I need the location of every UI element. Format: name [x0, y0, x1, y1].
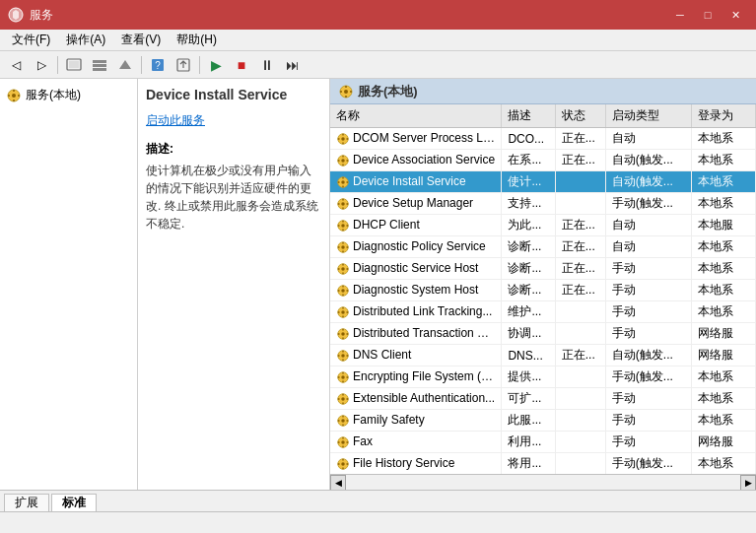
show-console-button[interactable] — [62, 54, 86, 76]
gear-icon — [336, 262, 350, 276]
table-row[interactable]: Family Safety此服...手动本地系 — [330, 410, 756, 432]
service-name-cell: DNS Client — [330, 345, 502, 366]
service-name-text: Distributed Link Tracking... — [353, 304, 492, 318]
up-button[interactable] — [113, 54, 137, 76]
service-name-cell: DCOM Server Process La... — [330, 128, 502, 150]
app-icon — [8, 7, 24, 23]
svg-marker-6 — [119, 60, 131, 69]
scroll-track — [346, 475, 740, 491]
svg-rect-2 — [69, 61, 79, 68]
gear-icon — [336, 240, 350, 254]
service-desc-cell: 支持... — [502, 193, 555, 215]
window-title: 服务 — [30, 7, 53, 24]
col-login[interactable]: 登录为 — [691, 104, 755, 128]
restart-button[interactable]: ⏭ — [281, 54, 305, 76]
service-name-cell: Distributed Transaction C... — [330, 323, 502, 345]
table-row[interactable]: Extensible Authentication...可扩...手动本地系 — [330, 388, 756, 410]
menu-help[interactable]: 帮助(H) — [169, 31, 225, 50]
tab-extended[interactable]: 扩展 — [4, 494, 49, 511]
service-desc-cell: 使计... — [502, 171, 555, 193]
table-row[interactable]: Distributed Transaction C...协调...手动网络服 — [330, 323, 756, 345]
tab-standard[interactable]: 标准 — [51, 494, 97, 511]
gear-icon — [336, 154, 350, 167]
service-desc-cell: 协调... — [502, 323, 555, 345]
service-name-cell: Diagnostic System Host — [330, 280, 502, 301]
export-button[interactable] — [172, 54, 195, 76]
scroll-right-button[interactable]: ▶ — [740, 475, 756, 491]
minimize-button[interactable]: ─ — [667, 5, 693, 25]
table-row[interactable]: Device Install Service使计...自动(触发...本地系 — [330, 171, 756, 193]
svg-rect-4 — [93, 64, 106, 67]
service-desc-cell: 为此... — [502, 215, 555, 236]
gear-icon — [336, 219, 350, 233]
table-row[interactable]: Device Association Service在系...正在...自动(触… — [330, 150, 756, 171]
service-desc-cell: 在系... — [502, 150, 555, 171]
service-login-cell: 本地系 — [691, 128, 755, 150]
service-name-text: Diagnostic System Host — [353, 283, 478, 297]
service-name-text: Distributed Transaction C... — [353, 326, 496, 340]
gear-icon — [336, 197, 350, 211]
horizontal-scrollbar[interactable]: ◀ ▶ — [330, 474, 756, 490]
table-row[interactable]: Diagnostic System Host诊断...正在...手动本地系 — [330, 280, 756, 301]
table-row[interactable]: DCOM Server Process La...DCO...正在...自动本地… — [330, 128, 756, 150]
maximize-button[interactable]: □ — [695, 5, 721, 25]
menu-action[interactable]: 操作(A) — [58, 31, 113, 50]
gear-icon — [336, 175, 350, 189]
service-startup-cell: 手动 — [605, 301, 691, 323]
gear-icon — [336, 284, 350, 298]
col-desc[interactable]: 描述 — [502, 104, 555, 128]
pause-button[interactable]: ⏸ — [255, 54, 279, 76]
title-bar: 服务 ─ □ ✕ — [0, 0, 756, 30]
service-status-cell: 正在... — [555, 345, 605, 366]
service-desc-cell: 诊断... — [502, 280, 555, 301]
service-startup-cell: 手动(触发... — [605, 193, 691, 215]
desc-label: 描述: — [146, 141, 321, 158]
close-button[interactable]: ✕ — [722, 5, 748, 25]
table-row[interactable]: DHCP Client为此...正在...自动本地服 — [330, 215, 756, 236]
forward-button[interactable]: ▷ — [30, 54, 53, 76]
table-row[interactable]: Encrypting File System (E...提供...手动(触发..… — [330, 366, 756, 388]
svg-point-11 — [12, 94, 16, 98]
service-startup-cell: 自动(触发... — [605, 150, 691, 171]
help-button[interactable]: ? — [146, 54, 170, 76]
services-table-container[interactable]: 名称 描述 状态 启动类型 登录为 DCOM Server Process La… — [330, 104, 756, 474]
service-startup-cell: 自动(触发... — [605, 345, 691, 366]
col-status[interactable]: 状态 — [555, 104, 605, 128]
help-icon: ? — [150, 57, 166, 73]
table-row[interactable]: Device Setup Manager支持...手动(触发...本地系 — [330, 193, 756, 215]
col-startup[interactable]: 启动类型 — [605, 104, 691, 128]
service-name-cell: File History Service — [330, 453, 502, 475]
table-row[interactable]: Diagnostic Policy Service诊断...正在...自动本地系 — [330, 236, 756, 258]
title-left: 服务 — [8, 7, 53, 24]
service-status-cell — [555, 388, 605, 410]
service-login-cell: 本地系 — [691, 193, 755, 215]
services-list: DCOM Server Process La...DCO...正在...自动本地… — [330, 128, 756, 475]
service-name-text: DCOM Server Process La... — [353, 131, 500, 145]
table-row[interactable]: Distributed Link Tracking...维护...手动本地系 — [330, 301, 756, 323]
export-icon — [175, 57, 191, 73]
stop-button[interactable]: ■ — [230, 54, 253, 76]
scroll-left-button[interactable]: ◀ — [330, 475, 346, 491]
table-row[interactable]: Diagnostic Service Host诊断...正在...手动本地系 — [330, 258, 756, 280]
service-startup-cell: 自动(触发... — [605, 171, 691, 193]
menu-view[interactable]: 查看(V) — [113, 31, 169, 50]
service-status-cell: 正在... — [555, 236, 605, 258]
start-service-link[interactable]: 启动此服务 — [146, 112, 321, 129]
service-login-cell: 网络服 — [691, 323, 755, 345]
sidebar: 服务(本地) — [0, 79, 138, 490]
table-row[interactable]: Fax利用...手动网络服 — [330, 432, 756, 453]
play-button[interactable]: ▶ — [204, 54, 228, 76]
sidebar-item-services-local[interactable]: 服务(本地) — [4, 83, 133, 107]
menu-file[interactable]: 文件(F) — [4, 31, 58, 50]
up-icon — [117, 57, 133, 73]
svg-point-43 — [341, 440, 345, 444]
table-row[interactable]: DNS ClientDNS...正在...自动(触发...网络服 — [330, 345, 756, 366]
list-view-button[interactable] — [88, 54, 111, 76]
service-name-text: DHCP Client — [353, 218, 420, 232]
separator-1 — [57, 56, 58, 74]
col-name[interactable]: 名称 — [330, 104, 502, 128]
back-button[interactable]: ◁ — [4, 54, 28, 76]
svg-point-27 — [341, 267, 345, 271]
table-row[interactable]: File History Service将用...手动(触发...本地系 — [330, 453, 756, 475]
service-desc-cell: 利用... — [502, 432, 555, 453]
